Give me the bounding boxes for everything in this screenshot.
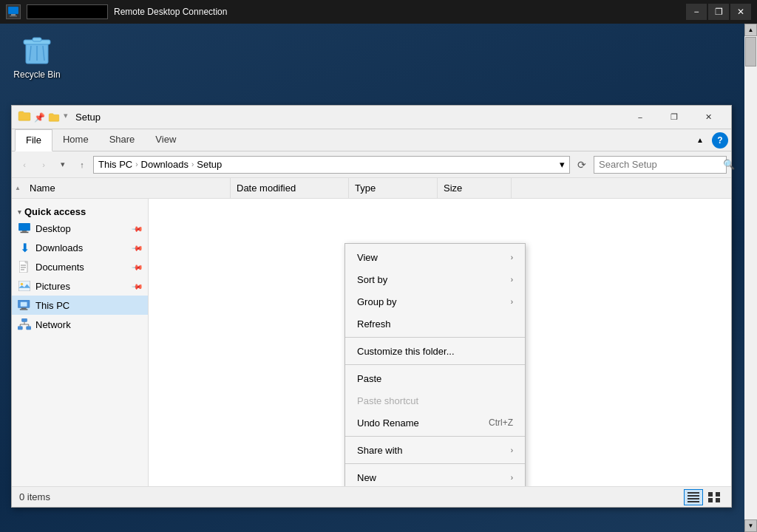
ctx-undorename-label: Undo Rename <box>357 417 419 429</box>
dropdown-recent-btn[interactable]: ▾ <box>55 157 71 173</box>
documents-label: Documents <box>35 262 129 273</box>
ctx-share-with[interactable]: Share with › <box>345 439 525 461</box>
ctx-view-arrow: › <box>511 253 513 262</box>
ctx-undorename-shortcut: Ctrl+Z <box>489 417 513 428</box>
sidebar-item-desktop[interactable]: Desktop 📌 <box>12 219 148 238</box>
sidebar-item-downloads[interactable]: ⬇ Downloads 📌 <box>12 238 148 257</box>
tb-folder2-icon[interactable] <box>47 111 61 124</box>
scroll-thumb[interactable] <box>745 37 756 66</box>
sidebar: ▾ Quick access Desktop 📌 <box>12 199 149 486</box>
ctx-paste-label: Paste <box>357 373 381 384</box>
ctx-groupby-label: Group by <box>357 296 396 307</box>
rdc-connection-input[interactable] <box>27 4 108 19</box>
ctx-refresh-label: Refresh <box>357 318 391 330</box>
explorer-close-btn[interactable]: ✕ <box>691 106 725 129</box>
explorer-titlebar: 📌 ▾ Setup − ❐ ✕ <box>12 106 731 129</box>
up-btn[interactable]: ↑ <box>74 157 90 173</box>
explorer-content: ▾ Quick access Desktop 📌 <box>12 199 731 486</box>
address-path[interactable]: This PC › Downloads › Setup ▾ <box>93 156 570 174</box>
downloads-label: Downloads <box>35 242 129 253</box>
col-date-header[interactable]: Date modified <box>231 178 349 198</box>
recycle-bin-icon[interactable]: Recycle Bin <box>11 31 63 80</box>
explorer-minimize-btn[interactable]: − <box>623 106 657 129</box>
refresh-btn[interactable]: ⟳ <box>573 156 591 174</box>
rdc-close-btn[interactable]: ✕ <box>730 4 751 20</box>
search-submit-btn[interactable]: 🔍 <box>723 159 735 170</box>
svg-rect-5 <box>33 38 41 41</box>
rdc-minimize-btn[interactable]: − <box>686 4 707 20</box>
ctx-view[interactable]: View › <box>345 246 525 268</box>
svg-rect-21 <box>20 309 28 310</box>
svg-rect-30 <box>688 495 699 497</box>
svg-rect-33 <box>708 492 713 497</box>
large-icons-view-btn[interactable] <box>705 489 724 505</box>
explorer-restore-btn[interactable]: ❐ <box>657 106 691 129</box>
ribbon-collapse-btn[interactable]: ▲ <box>691 132 709 149</box>
svg-rect-23 <box>18 327 22 330</box>
ctx-group-by[interactable]: Group by › <box>345 290 525 313</box>
pictures-label: Pictures <box>35 281 129 292</box>
quick-access-header[interactable]: ▾ Quick access <box>12 202 148 219</box>
quick-access-arrow: ▾ <box>18 208 21 216</box>
tab-file[interactable]: File <box>15 129 52 151</box>
tab-share[interactable]: Share <box>99 129 146 151</box>
col-name-header[interactable]: Name <box>24 178 231 198</box>
network-label: Network <box>35 319 142 330</box>
col-type-header[interactable]: Type <box>349 178 438 198</box>
sort-collapse-arrow[interactable]: ▲ <box>13 184 22 193</box>
search-input[interactable] <box>599 159 723 170</box>
sidebar-item-network[interactable]: Network <box>12 315 148 334</box>
ribbon-help-btn[interactable]: ? <box>712 132 728 149</box>
desktop-label: Desktop <box>35 223 129 234</box>
path-dropdown-arrow[interactable]: ▾ <box>560 159 565 170</box>
path-sep2: › <box>191 160 194 168</box>
tab-view[interactable]: View <box>145 129 186 151</box>
ctx-refresh[interactable]: Refresh <box>345 313 525 335</box>
sidebar-item-thispc[interactable]: This PC <box>12 296 148 315</box>
desktop-scrollbar[interactable]: ▲ ▼ <box>744 24 757 532</box>
ctx-customize[interactable]: Customize this folder... <box>345 340 525 362</box>
svg-point-17 <box>21 283 24 286</box>
thispc-label: This PC <box>35 300 142 311</box>
sidebar-item-documents[interactable]: Documents 📌 <box>12 257 148 276</box>
downloads-icon: ⬇ <box>18 241 31 254</box>
svg-rect-31 <box>688 498 699 499</box>
scroll-track[interactable] <box>744 36 757 519</box>
ctx-sort-by[interactable]: Sort by › <box>345 268 525 290</box>
file-area[interactable]: This folder is empty. View › Sort by › <box>149 199 731 486</box>
details-view-btn[interactable] <box>684 489 703 505</box>
quick-access-label: Quick access <box>24 206 86 217</box>
forward-btn[interactable]: › <box>35 157 52 173</box>
folder-title-icon <box>18 111 31 121</box>
tb-pin-icon[interactable]: 📌 <box>33 111 46 124</box>
ribbon-expand-arrow[interactable]: ▾ <box>62 111 69 124</box>
recycle-bin-label: Recycle Bin <box>13 69 60 80</box>
svg-rect-34 <box>716 492 720 497</box>
svg-rect-0 <box>8 7 18 14</box>
sidebar-item-pictures[interactable]: Pictures 📌 <box>12 276 148 296</box>
scroll-down-arrow[interactable]: ▼ <box>744 519 757 532</box>
thispc-icon <box>18 299 31 312</box>
ctx-paste[interactable]: Paste <box>345 367 525 389</box>
network-icon <box>18 318 31 331</box>
items-count-label: 0 items <box>19 491 50 502</box>
pictures-icon <box>18 279 31 293</box>
ctx-new[interactable]: New › <box>345 466 525 486</box>
tab-home[interactable]: Home <box>52 129 99 151</box>
col-headers-row: Name Date modified Type Size <box>24 178 731 198</box>
ctx-sep4 <box>345 463 525 464</box>
col-size-header[interactable]: Size <box>438 178 512 198</box>
svg-rect-20 <box>21 308 27 310</box>
ctx-undo-rename[interactable]: Undo Rename Ctrl+Z <box>345 412 525 434</box>
search-box: 🔍 <box>594 156 727 174</box>
back-btn[interactable]: ‹ <box>16 157 33 173</box>
explorer-titlebar-icons: 📌 ▾ <box>18 111 69 124</box>
scroll-up-arrow[interactable]: ▲ <box>744 24 757 36</box>
ctx-paste-shortcut[interactable]: Paste shortcut <box>345 389 525 412</box>
rdc-titlebar: Remote Desktop Connection − ❐ ✕ <box>0 0 757 24</box>
documents-icon <box>18 260 31 273</box>
desktop-area: Recycle Bin ▲ ▼ 📌 ▾ <box>0 24 757 532</box>
svg-rect-19 <box>21 302 27 307</box>
ctx-sharewith-label: Share with <box>357 445 402 456</box>
rdc-restore-btn[interactable]: ❐ <box>708 4 729 20</box>
